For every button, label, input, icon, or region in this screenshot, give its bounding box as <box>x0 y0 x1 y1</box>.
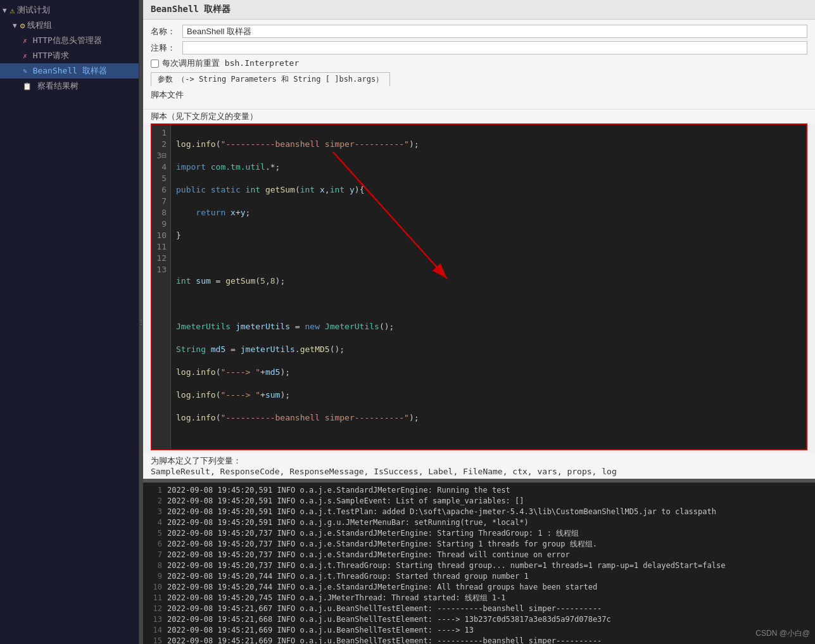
ln2: 2 <box>156 139 167 150</box>
log-line-9: 9 2022-09-08 19:45:20,744 INFO o.a.j.t.T… <box>148 571 810 582</box>
sidebar-item-test-plan[interactable]: ▼ ⚠ 测试计划 <box>0 3 139 18</box>
comment-label: 注释： <box>151 42 182 54</box>
line-numbers: 1 2 3⊟ 4 5 6 7 8 9 10 11 12 13 <box>152 125 171 449</box>
log-line-11: 11 2022-09-08 19:45:20,745 INFO o.a.j.JM… <box>148 593 810 603</box>
code-editor[interactable]: 1 2 3⊟ 4 5 6 7 8 9 10 11 12 13 log <box>152 125 806 449</box>
comment-row: 注释： <box>151 41 807 54</box>
script-label-text: 脚本（见下文所定义的变量） <box>151 111 258 121</box>
sidebar-item-label: 察看结果树 <box>37 80 79 92</box>
code-line-3: public static int getSum(int x,int y){ <box>176 184 801 196</box>
code-line-12: log.info("----> "+sum); <box>176 389 801 401</box>
log-line-1: 1 2022-09-08 19:45:20,591 INFO o.a.j.e.S… <box>148 485 810 496</box>
code-line-8 <box>176 298 801 310</box>
ln10: 10 <box>156 230 167 241</box>
code-line-6 <box>176 253 801 264</box>
log-line-4: 4 2022-09-08 19:45:20,591 INFO o.a.j.g.u… <box>148 517 810 528</box>
form-area: 名称： 注释： 每次调用前重置 bsh.Interpreter 参数 （-> S… <box>143 20 815 110</box>
sidebar: ▼ ⚠ 测试计划 ▼ ⚙ 线程组 ✗ HTTP信息头管理器 ✗ HTTP请求 ✎… <box>0 0 139 644</box>
ln12: 12 <box>156 253 167 264</box>
sidebar-item-thread-group[interactable]: ▼ ⚙ 线程组 <box>0 18 139 33</box>
script-file-row: 脚本文件 <box>151 89 807 101</box>
log-line-8: 8 2022-09-08 19:45:20,737 INFO o.a.j.t.T… <box>148 560 810 571</box>
arrow-down-icon2: ▼ <box>13 22 17 30</box>
name-input[interactable] <box>182 25 807 38</box>
log-line-7: 7 2022-09-08 19:45:20,737 INFO o.a.j.e.S… <box>148 550 810 560</box>
name-row: 名称： <box>151 25 807 38</box>
comment-input[interactable] <box>182 41 807 54</box>
reset-checkbox-row: 每次调用前重置 bsh.Interpreter <box>151 58 807 69</box>
sidebar-item-label: HTTP信息头管理器 <box>33 35 102 46</box>
log-line-13: 13 2022-09-08 19:45:21,668 INFO o.a.j.u.… <box>148 614 810 625</box>
sidebar-item-http-request[interactable]: ✗ HTTP请求 <box>0 48 139 63</box>
log-line-6: 6 2022-09-08 19:45:20,737 INFO o.a.j.e.S… <box>148 539 810 550</box>
sidebar-item-beanshell[interactable]: ✎ BeanShell 取样器 <box>0 63 139 79</box>
code-content[interactable]: log.info("----------beanshell simper----… <box>171 125 806 449</box>
sidebar-item-label: HTTP请求 <box>33 50 69 61</box>
code-line-9: JmeterUtils jmeterUtils = new JmeterUtil… <box>176 321 801 332</box>
vars-label: 为脚本定义了下列变量： <box>151 455 807 467</box>
log-line-15: 15 2022-09-08 19:45:21,669 INFO o.a.j.u.… <box>148 636 810 644</box>
ln1: 1 <box>156 127 167 139</box>
code-editor-wrapper: 1 2 3⊟ 4 5 6 7 8 9 10 11 12 13 log <box>151 123 807 450</box>
code-line-2: import com.tm.util.*; <box>176 161 801 173</box>
ln7: 7 <box>156 196 167 207</box>
ln3: 3⊟ <box>156 150 167 161</box>
code-line-4: return x+y; <box>176 207 801 218</box>
params-tab[interactable]: 参数 （-> String Parameters 和 String [ ]bsh… <box>151 72 390 86</box>
ln11: 11 <box>156 241 167 253</box>
code-line-5: } <box>176 230 801 241</box>
ln4: 4 <box>156 161 167 173</box>
log-line-14: 14 2022-09-08 19:45:21,669 INFO o.a.j.u.… <box>148 625 810 636</box>
x-icon: ✗ <box>23 37 27 45</box>
code-line-7: int sum = getSum(5,8); <box>176 275 801 287</box>
ln13: 13 <box>156 264 167 275</box>
x-icon2: ✗ <box>23 52 27 60</box>
log-line-12: 12 2022-09-08 19:45:21,667 INFO o.a.j.u.… <box>148 603 810 614</box>
log-line-2: 2 2022-09-08 19:45:20,591 INFO o.a.j.s.S… <box>148 496 810 507</box>
log-panel[interactable]: 1 2022-09-08 19:45:20,591 INFO o.a.j.e.S… <box>143 481 815 644</box>
params-tab-label: 参数 （-> String Parameters 和 String [ ]bsh… <box>158 75 383 84</box>
panel-title: BeanShell 取样器 <box>143 0 815 20</box>
script-file-label: 脚本文件 <box>151 89 184 101</box>
code-line-13: log.info("----------beanshell simper----… <box>176 412 801 424</box>
script-area-label: 脚本（见下文所定义的变量） <box>143 110 815 123</box>
code-line-11: log.info("----> "+md5); <box>176 367 801 378</box>
watermark: CSDN @小白@ <box>755 628 810 639</box>
ln9: 9 <box>156 218 167 230</box>
test-plan-icon: ⚠ <box>10 6 15 15</box>
pencil-icon: ✎ <box>23 67 27 75</box>
code-line-1: log.info("----------beanshell simper----… <box>176 139 801 150</box>
main-content: BeanShell 取样器 名称： 注释： 每次调用前重置 bsh.Interp… <box>143 0 815 644</box>
name-label: 名称： <box>151 26 182 37</box>
sidebar-item-http-header[interactable]: ✗ HTTP信息头管理器 <box>0 33 139 48</box>
params-row: 参数 （-> String Parameters 和 String [ ]bsh… <box>151 72 807 86</box>
beanshell-panel: BeanShell 取样器 名称： 注释： 每次调用前重置 bsh.Interp… <box>143 0 815 644</box>
log-line-5: 5 2022-09-08 19:45:20,737 INFO o.a.j.e.S… <box>148 528 810 539</box>
log-line-10: 10 2022-09-08 19:45:20,744 INFO o.a.j.e.… <box>148 582 810 593</box>
vars-section: 为脚本定义了下列变量： SampleResult, ResponseCode, … <box>143 453 815 479</box>
code-line-10: String md5 = jmeterUtils.getMD5(); <box>176 344 801 355</box>
clipboard-icon: 📋 <box>23 82 32 91</box>
ln8: 8 <box>156 207 167 218</box>
arrow-down-icon: ▼ <box>3 6 7 15</box>
vars-list: SampleResult, ResponseCode, ResponseMess… <box>151 467 807 476</box>
gear-icon: ⚙ <box>20 21 25 30</box>
reset-label: 每次调用前重置 bsh.Interpreter <box>162 58 299 69</box>
sidebar-item-label: 测试计划 <box>17 4 50 16</box>
sidebar-item-result-tree[interactable]: 📋 察看结果树 <box>0 79 139 94</box>
sidebar-item-label: BeanShell 取样器 <box>33 65 107 77</box>
ln6: 6 <box>156 184 167 196</box>
sidebar-item-label: 线程组 <box>27 20 52 31</box>
log-line-3: 3 2022-09-08 19:45:20,591 INFO o.a.j.t.T… <box>148 507 810 517</box>
reset-checkbox[interactable] <box>151 60 159 68</box>
ln5: 5 <box>156 173 167 184</box>
